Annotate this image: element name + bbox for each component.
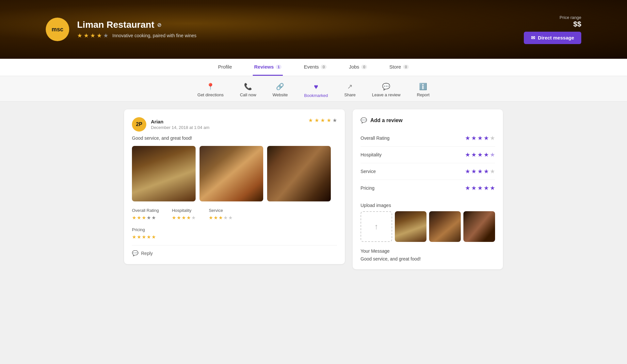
nav-tabs: Profile Reviews 1 Events 0 Jobs 0 Store … bbox=[0, 59, 627, 76]
reviewer-rating: ★ ★ ★ ★ ★ bbox=[308, 117, 337, 123]
form-pricing-rating: Pricing ★ ★ ★ ★ ★ bbox=[361, 180, 495, 196]
form-hospitality-rating: Hospitality ★ ★ ★ ★ ★ bbox=[361, 147, 495, 163]
upload-label: Upload images bbox=[361, 203, 495, 208]
star-1: ★ bbox=[77, 32, 82, 39]
tab-reviews[interactable]: Reviews 1 bbox=[253, 59, 283, 76]
restaurant-logo: msc bbox=[46, 18, 69, 41]
action-call-now[interactable]: 📞 Call now bbox=[240, 83, 256, 98]
tab-events[interactable]: Events 0 bbox=[302, 59, 328, 76]
review-form: 💬 Add a review Overall Rating ★ ★ ★ ★ ★ … bbox=[353, 109, 503, 269]
review-image-3[interactable] bbox=[267, 146, 331, 201]
edit-icon[interactable]: ⊘ bbox=[157, 22, 161, 28]
star-5: ★ bbox=[103, 32, 108, 39]
star-2: ★ bbox=[84, 32, 89, 39]
sub-rating-service: Service ★ ★ ★ ★ ★ bbox=[209, 208, 233, 221]
upload-thumb-2[interactable] bbox=[429, 211, 461, 242]
message-section: Your Message Good service, and great foo… bbox=[361, 248, 495, 261]
share-icon: ↗ bbox=[347, 83, 353, 90]
restaurant-subtitle: Innovative cooking, paired with fine win… bbox=[112, 33, 197, 38]
heart-icon: ♥ bbox=[314, 83, 318, 91]
reply-button[interactable]: 💬 Reply bbox=[132, 245, 337, 256]
reply-icon: 💬 bbox=[132, 250, 138, 256]
review-card: 2P Arian December 14, 2018 at 1:04 am ★ … bbox=[124, 109, 345, 264]
main-content: 2P Arian December 14, 2018 at 1:04 am ★ … bbox=[118, 109, 509, 269]
reviewer-name: Arian bbox=[151, 119, 209, 124]
pricing-stars: ★ ★ ★ ★ ★ bbox=[132, 234, 337, 240]
upload-grid: ↑ bbox=[361, 211, 495, 242]
sub-rating-hospitality: Hospitality ★ ★ ★ ★ ★ bbox=[172, 208, 196, 221]
hero-right: Price range $$ ✉ Direct message bbox=[524, 15, 581, 44]
review-images bbox=[132, 146, 337, 201]
reviewer-date: December 14, 2018 at 1:04 am bbox=[151, 125, 209, 130]
sub-rating-overall: Overall Rating ★ ★ ★ ★ ★ bbox=[132, 208, 159, 221]
sub-rating-pricing: Pricing ★ ★ ★ ★ ★ bbox=[132, 227, 337, 240]
form-service-stars[interactable]: ★ ★ ★ ★ ★ bbox=[465, 168, 495, 175]
review-text: Good service, and great food! bbox=[132, 135, 337, 141]
message-label: Your Message bbox=[361, 248, 495, 254]
report-icon: ℹ️ bbox=[419, 83, 427, 90]
tab-jobs[interactable]: Jobs 0 bbox=[347, 59, 368, 76]
form-overall-stars[interactable]: ★ ★ ★ ★ ★ bbox=[465, 135, 495, 142]
action-bar: 📍 Get directions 📞 Call now 🔗 Website ♥ … bbox=[0, 76, 627, 102]
restaurant-name: Liman Restaurant ⊘ bbox=[77, 20, 524, 30]
phone-icon: 📞 bbox=[244, 83, 252, 90]
directions-icon: 📍 bbox=[206, 83, 215, 90]
events-badge: 0 bbox=[321, 65, 327, 69]
hospitality-stars: ★ ★ ★ ★ ★ bbox=[172, 215, 196, 221]
action-website[interactable]: 🔗 Website bbox=[273, 83, 288, 98]
right-panel: 💬 Add a review Overall Rating ★ ★ ★ ★ ★ … bbox=[353, 109, 503, 269]
form-title-icon: 💬 bbox=[361, 117, 367, 123]
star-4: ★ bbox=[97, 32, 102, 39]
action-share[interactable]: ↗ Share bbox=[344, 83, 356, 98]
form-title: 💬 Add a review bbox=[361, 117, 495, 123]
form-overall-rating: Overall Rating ★ ★ ★ ★ ★ bbox=[361, 130, 495, 147]
upload-section: Upload images ↑ bbox=[361, 203, 495, 242]
tab-profile[interactable]: Profile bbox=[217, 59, 233, 76]
action-leave-review[interactable]: 💬 Leave a review bbox=[372, 83, 400, 98]
direct-message-button[interactable]: ✉ Direct message bbox=[524, 32, 581, 44]
action-report[interactable]: ℹ️ Report bbox=[417, 83, 429, 98]
restaurant-stars: ★ ★ ★ ★ ★ Innovative cooking, paired wit… bbox=[77, 32, 524, 39]
hero-section: msc Liman Restaurant ⊘ ★ ★ ★ ★ ★ Innovat… bbox=[0, 0, 627, 59]
reviewer-details: Arian December 14, 2018 at 1:04 am bbox=[151, 119, 209, 130]
price-range: Price range $$ bbox=[560, 15, 581, 28]
link-icon: 🔗 bbox=[276, 83, 284, 90]
reviewer-avatar: 2P bbox=[132, 117, 146, 132]
reviews-badge: 1 bbox=[276, 65, 281, 69]
review-sub-ratings: Overall Rating ★ ★ ★ ★ ★ Hospitality ★ ★… bbox=[132, 208, 337, 221]
action-get-directions[interactable]: 📍 Get directions bbox=[198, 83, 224, 98]
review-section: 2P Arian December 14, 2018 at 1:04 am ★ … bbox=[124, 109, 345, 269]
service-stars: ★ ★ ★ ★ ★ bbox=[209, 215, 233, 221]
jobs-badge: 0 bbox=[361, 65, 367, 69]
upload-thumb-3[interactable] bbox=[463, 211, 495, 242]
review-icon: 💬 bbox=[382, 83, 390, 90]
action-bookmarked[interactable]: ♥ Bookmarked bbox=[304, 83, 328, 98]
review-image-2[interactable] bbox=[200, 146, 263, 201]
message-icon: ✉ bbox=[531, 35, 535, 41]
star-3: ★ bbox=[90, 32, 95, 39]
restaurant-info: Liman Restaurant ⊘ ★ ★ ★ ★ ★ Innovative … bbox=[77, 20, 524, 39]
form-pricing-stars[interactable]: ★ ★ ★ ★ ★ bbox=[465, 184, 495, 192]
form-hospitality-stars[interactable]: ★ ★ ★ ★ ★ bbox=[465, 151, 495, 158]
overall-stars: ★ ★ ★ ★ ★ bbox=[132, 215, 159, 221]
upload-thumb-1[interactable] bbox=[395, 211, 426, 242]
review-image-1[interactable] bbox=[132, 146, 196, 201]
message-text[interactable]: Good service, and great food! bbox=[361, 256, 495, 261]
upload-placeholder[interactable]: ↑ bbox=[361, 211, 392, 242]
reviewer-info: 2P Arian December 14, 2018 at 1:04 am bbox=[132, 117, 209, 132]
tab-store[interactable]: Store 0 bbox=[388, 59, 410, 76]
store-badge: 0 bbox=[403, 65, 409, 69]
upload-icon: ↑ bbox=[375, 222, 378, 231]
form-service-rating: Service ★ ★ ★ ★ ★ bbox=[361, 163, 495, 180]
review-header: 2P Arian December 14, 2018 at 1:04 am ★ … bbox=[132, 117, 337, 132]
